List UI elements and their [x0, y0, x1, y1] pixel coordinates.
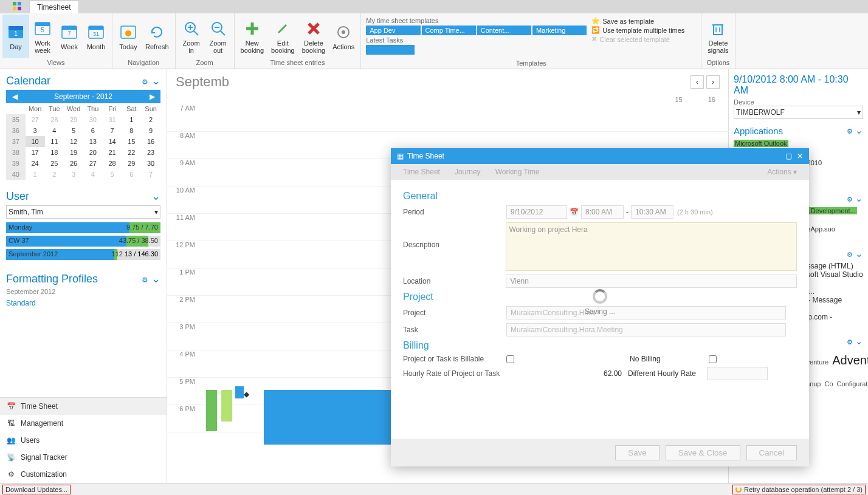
- chevron-down-icon[interactable]: ⌄: [151, 189, 160, 203]
- ribbon-zin[interactable]: Zoom in: [178, 15, 205, 58]
- template-chip[interactable]: Marketing: [532, 26, 587, 35]
- maximize-icon[interactable]: ▢: [785, 152, 792, 160]
- period-date[interactable]: [506, 205, 567, 219]
- ribbon-day[interactable]: 1Day: [2, 15, 29, 58]
- cal-day[interactable]: 10: [26, 136, 45, 147]
- cal-day[interactable]: 28: [45, 114, 64, 125]
- template-opt[interactable]: ✖Clear selected template: [591, 35, 696, 43]
- cal-day[interactable]: 6: [83, 125, 103, 136]
- cal-day[interactable]: 30: [83, 114, 103, 125]
- cal-day[interactable]: 14: [103, 136, 122, 147]
- cal-day[interactable]: 8: [122, 125, 142, 136]
- cal-week[interactable]: 39: [6, 158, 26, 169]
- cal-day[interactable]: 1: [26, 169, 45, 180]
- billable-checkbox[interactable]: [506, 355, 514, 363]
- cal-day[interactable]: 9: [141, 125, 160, 136]
- location-input[interactable]: [506, 275, 797, 288]
- ribbon-month[interactable]: 31Month: [83, 15, 109, 58]
- cal-day[interactable]: 29: [64, 114, 83, 125]
- ribbon-editb[interactable]: Edit booking: [267, 15, 298, 58]
- cal-day[interactable]: 16: [141, 136, 160, 147]
- cal-day[interactable]: 27: [83, 158, 103, 169]
- keyword[interactable]: Co: [825, 380, 833, 387]
- app-item[interactable]: Microsoft Outlook: [734, 138, 863, 148]
- cal-week[interactable]: 38: [6, 147, 26, 158]
- cal-day[interactable]: 21: [103, 147, 122, 158]
- ribbon-delb[interactable]: Delete booking: [298, 15, 329, 58]
- nobilling-checkbox[interactable]: [709, 355, 717, 363]
- cal-day[interactable]: 20: [83, 147, 103, 158]
- period-end[interactable]: [631, 205, 673, 219]
- cal-day[interactable]: 11: [45, 136, 64, 147]
- nav-mgmt[interactable]: 🏗Management: [0, 415, 167, 432]
- next-day[interactable]: ›: [706, 75, 720, 89]
- gear-icon[interactable]: ⚙: [142, 78, 148, 86]
- tab-journey[interactable]: Journey: [455, 168, 481, 176]
- cal-day[interactable]: 17: [26, 147, 45, 158]
- gear-icon[interactable]: ⚙: [847, 128, 853, 135]
- nav-signal[interactable]: 📡Signal Tracker: [0, 449, 167, 466]
- ribbon-actions[interactable]: Actions: [329, 15, 358, 58]
- cal-prev[interactable]: ◀: [10, 92, 19, 101]
- chevron-down-icon[interactable]: ⌄: [151, 273, 160, 285]
- cal-day[interactable]: 25: [45, 158, 64, 169]
- cal-week[interactable]: 40: [6, 169, 26, 180]
- task-input[interactable]: [506, 323, 786, 336]
- template-chip[interactable]: Comp Time...: [422, 26, 476, 35]
- cal-day[interactable]: 26: [64, 158, 83, 169]
- close-icon[interactable]: ✕: [797, 152, 803, 160]
- cancel-button[interactable]: Cancel: [746, 445, 797, 460]
- cal-day[interactable]: 28: [103, 158, 122, 169]
- cal-day[interactable]: 3: [26, 125, 45, 136]
- nav-custom[interactable]: ⚙Customization: [0, 466, 167, 483]
- cal-day[interactable]: 5: [64, 125, 83, 136]
- device-select[interactable]: TIMBERWOLF▾: [734, 106, 863, 119]
- gear-icon[interactable]: ⚙: [847, 338, 853, 346]
- profile-standard[interactable]: Standard: [6, 299, 160, 307]
- download-updates[interactable]: Download Updates...: [2, 485, 71, 494]
- retry-db[interactable]: Retry database operation (attempt 2 / 3): [732, 485, 866, 494]
- cal-day[interactable]: 15: [122, 136, 142, 147]
- template-opt[interactable]: ⭐Save as template: [591, 17, 696, 25]
- cal-day[interactable]: 18: [45, 147, 64, 158]
- template-chip[interactable]: App Dev: [366, 26, 420, 35]
- diffrate-input[interactable]: [707, 367, 768, 380]
- cal-day[interactable]: 12: [64, 136, 83, 147]
- save-button[interactable]: Save: [615, 445, 659, 460]
- save-close-button[interactable]: Save & Close: [666, 445, 740, 460]
- cal-day[interactable]: 19: [64, 147, 83, 158]
- gear-icon[interactable]: ⚙: [142, 276, 148, 284]
- cal-day[interactable]: 23: [141, 147, 160, 158]
- cal-week[interactable]: 37: [6, 136, 26, 147]
- ribbon-newb[interactable]: New booking: [237, 15, 268, 58]
- nav-users[interactable]: 👥Users: [0, 432, 167, 449]
- chevron-down-icon[interactable]: ⌄: [151, 75, 160, 87]
- ribbon-zout[interactable]: Zoom out: [205, 15, 232, 58]
- cal-day[interactable]: 7: [103, 125, 122, 136]
- latest-task-chip[interactable]: [366, 45, 415, 55]
- user-select[interactable]: Smith, Tim▾: [6, 205, 160, 219]
- prev-day[interactable]: ‹: [691, 75, 704, 89]
- cal-day[interactable]: 2: [141, 114, 160, 125]
- keyword[interactable]: Configuration: [837, 380, 868, 387]
- cal-day[interactable]: 1: [122, 114, 142, 125]
- ribbon-refresh[interactable]: Refresh: [142, 15, 173, 58]
- cal-day[interactable]: 30: [141, 158, 160, 169]
- cal-day[interactable]: 22: [122, 147, 142, 158]
- ribbon-workweek[interactable]: 5Work week: [29, 15, 56, 58]
- cal-next[interactable]: ▶: [147, 92, 157, 101]
- cal-week[interactable]: 36: [6, 125, 26, 136]
- ribbon-today[interactable]: Today: [115, 15, 142, 58]
- cal-day[interactable]: 31: [103, 114, 122, 125]
- cal-day[interactable]: 4: [83, 169, 103, 180]
- cal-day[interactable]: 27: [26, 114, 45, 125]
- cal-day[interactable]: 6: [122, 169, 142, 180]
- cal-day[interactable]: 3: [64, 169, 83, 180]
- cal-week[interactable]: 35: [6, 114, 26, 125]
- actions-menu[interactable]: Actions ▾: [767, 168, 797, 176]
- ribbon-week[interactable]: 7Week: [56, 15, 83, 58]
- cal-day[interactable]: 24: [26, 158, 45, 169]
- cal-day[interactable]: 2: [45, 169, 64, 180]
- description-input[interactable]: Working on project Hera: [506, 222, 797, 271]
- template-chip[interactable]: Content...: [477, 26, 531, 35]
